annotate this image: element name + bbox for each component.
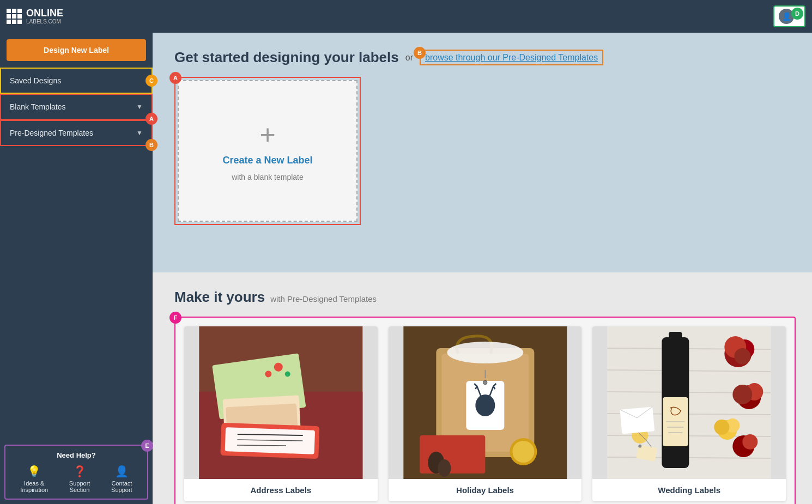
svg-point-19 [475, 394, 495, 416]
blank-templates-chevron-icon: ▼ [136, 103, 143, 111]
support-label: SupportSection [69, 480, 90, 493]
main-layout: Design New Label Saved Designs C Blank T… [0, 33, 812, 504]
svg-rect-54 [620, 406, 655, 434]
need-help-section: E Need Help? 💡 Ideas &Inspiration ❓ Supp… [4, 445, 148, 500]
top-section: Get started designing your labels or B b… [153, 33, 812, 272]
plus-icon: + [259, 121, 275, 148]
svg-point-24 [512, 441, 534, 463]
sidebar-nav: Saved Designs C Blank Templates ▼ A Pre-… [0, 68, 153, 440]
make-title: Make it yours [174, 289, 265, 306]
template-card-wedding[interactable]: Wedding Labels [592, 326, 786, 501]
templates-grid-wrapper: F [174, 317, 796, 504]
help-items: 💡 Ideas &Inspiration ❓ SupportSection 👤 … [10, 465, 143, 493]
address-labels-image [184, 326, 378, 479]
annotation-f: F [169, 312, 181, 324]
create-card-wrapper: A + Create a New Label with a blank temp… [174, 77, 361, 225]
address-labels-label: Address Labels [184, 479, 378, 501]
svg-rect-36 [669, 332, 682, 348]
annotation-d: D [791, 8, 803, 20]
pre-designed-chevron-icon: ▼ [136, 129, 143, 137]
templates-grid: Address Labels [184, 326, 786, 501]
sidebar: Design New Label Saved Designs C Blank T… [0, 33, 153, 504]
ideas-icon: 💡 [27, 465, 41, 478]
logo-area: ONLINELABELS.COM [7, 8, 63, 25]
sidebar-item-blank-templates[interactable]: Blank Templates ▼ A [0, 94, 153, 120]
svg-point-20 [483, 381, 487, 384]
logo-text: ONLINELABELS.COM [26, 8, 63, 25]
section-header: Get started designing your labels or B b… [174, 49, 796, 66]
blank-templates-label: Blank Templates [10, 102, 65, 111]
svg-point-50 [714, 420, 730, 435]
create-label-text: Create a New Label [222, 155, 312, 166]
pre-designed-link-wrapper: B browse through our Pre-Designed Templa… [420, 53, 603, 63]
contact-label: ContactSupport [111, 480, 132, 493]
wedding-labels-label: Wedding Labels [592, 479, 786, 501]
template-card-holiday[interactable]: Holiday Labels [389, 326, 582, 501]
pre-designed-templates-link[interactable]: browse through our Pre-Designed Template… [420, 50, 603, 65]
holiday-labels-image [389, 326, 582, 479]
ideas-label: Ideas &Inspiration [20, 480, 48, 493]
annotation-b-nav: B [146, 139, 157, 151]
contact-icon: 👤 [115, 465, 129, 478]
annotation-a-nav: A [146, 113, 157, 125]
logo-grid-icon [7, 9, 22, 24]
section-subtitle: or [405, 53, 413, 63]
svg-point-53 [743, 434, 758, 450]
template-card-address[interactable]: Address Labels [184, 326, 378, 501]
annotation-c: C [146, 75, 157, 87]
design-new-label-button[interactable]: Design New Label [7, 39, 146, 61]
header: ONLINELABELS.COM D 👤 ▾ [0, 0, 812, 33]
sidebar-item-pre-designed[interactable]: Pre-Designed Templates ▼ B [0, 120, 153, 146]
content-area: Get started designing your labels or B b… [153, 33, 812, 504]
sidebar-item-saved-designs[interactable]: Saved Designs C [0, 68, 153, 94]
header-right: D 👤 ▾ [773, 5, 805, 27]
contact-support-link[interactable]: 👤 ContactSupport [111, 465, 132, 493]
svg-point-44 [735, 348, 751, 365]
section-title: Get started designing your labels [174, 49, 399, 66]
pre-designed-label: Pre-Designed Templates [10, 129, 93, 137]
support-section-link[interactable]: ❓ SupportSection [69, 465, 90, 493]
support-icon: ❓ [73, 465, 87, 478]
annotation-a-card: A [169, 72, 181, 84]
create-new-label-card[interactable]: + Create a New Label with a blank templa… [178, 80, 357, 222]
create-sub-text: with a blank template [232, 173, 304, 181]
svg-point-26 [438, 459, 451, 477]
ideas-inspiration-link[interactable]: 💡 Ideas &Inspiration [20, 465, 48, 493]
svg-point-47 [733, 385, 753, 404]
wedding-labels-image [592, 326, 786, 479]
holiday-labels-label: Holiday Labels [389, 479, 582, 501]
need-help-title: Need Help? [10, 451, 143, 459]
svg-point-16 [447, 342, 523, 363]
make-subtitle: with Pre-Designed Templates [270, 294, 377, 303]
make-header: Make it yours with Pre-Designed Template… [174, 289, 796, 306]
saved-designs-label: Saved Designs [10, 76, 61, 85]
make-it-yours-section: Make it yours with Pre-Designed Template… [174, 272, 796, 504]
annotation-e: E [141, 440, 153, 452]
annotation-b-link: B [414, 47, 426, 59]
